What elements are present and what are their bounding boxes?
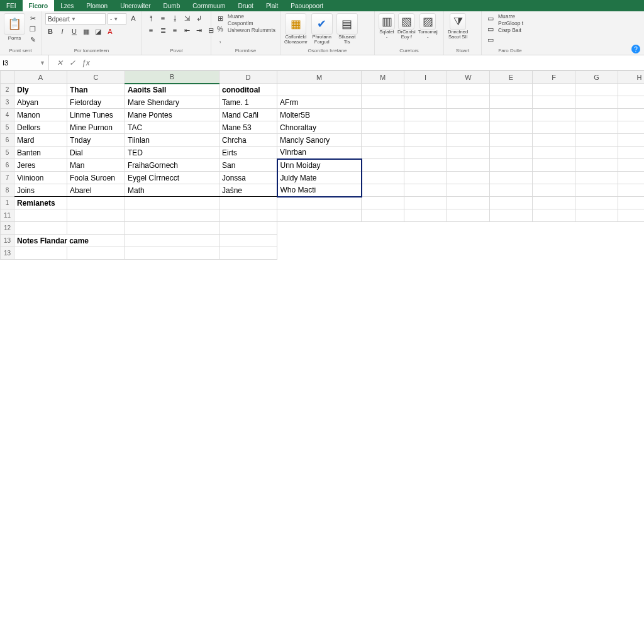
cell[interactable] <box>618 159 645 172</box>
spreadsheet-grid[interactable]: A C B D M M I W E F G H 2 Dly Than Aaoit… <box>0 70 644 260</box>
cell[interactable] <box>575 197 618 209</box>
cell[interactable]: Tame. 1 <box>219 96 277 109</box>
cell[interactable] <box>490 159 533 172</box>
cell[interactable] <box>533 147 575 159</box>
cell[interactable] <box>618 147 645 159</box>
col-header[interactable]: D <box>219 71 277 84</box>
cell[interactable]: TAC <box>125 121 219 134</box>
align-middle-icon[interactable]: ≡ <box>158 13 168 23</box>
cell[interactable] <box>277 235 362 247</box>
cell[interactable] <box>575 235 618 247</box>
tab-3[interactable]: Plomon <box>80 0 114 11</box>
fx-icon[interactable]: ƒx <box>82 58 90 67</box>
extra-icon-3[interactable]: ▭ <box>486 35 496 45</box>
cell[interactable] <box>490 222 533 235</box>
sort-filter-button[interactable]: ⧩ DnnctnedSacot SIl <box>448 13 468 39</box>
cell[interactable] <box>277 209 362 222</box>
cell[interactable] <box>404 209 447 222</box>
cell[interactable] <box>575 159 618 172</box>
format-as-table-button[interactable]: ✔ PhrotannForgud <box>311 13 333 44</box>
cell[interactable] <box>447 121 490 134</box>
cell[interactable] <box>219 197 277 209</box>
cell[interactable] <box>277 84 362 96</box>
cell[interactable] <box>618 84 645 96</box>
cell[interactable] <box>404 121 447 134</box>
cell[interactable] <box>447 222 490 235</box>
cell[interactable]: Tnday <box>67 134 125 147</box>
font-name-select[interactable]: Bdpeart ▼ <box>45 13 106 25</box>
tab-home[interactable]: Ficoro <box>23 0 55 11</box>
cell[interactable]: Than <box>67 84 125 96</box>
italic-icon[interactable]: I <box>57 26 67 36</box>
cell[interactable] <box>362 172 404 184</box>
cell[interactable] <box>125 197 219 209</box>
cell[interactable]: Remianets <box>14 197 67 209</box>
cell[interactable] <box>362 96 404 109</box>
cell[interactable] <box>404 109 447 121</box>
cell[interactable] <box>447 84 490 96</box>
row-header[interactable]: 2 <box>1 84 14 96</box>
col-header[interactable]: B <box>125 71 219 84</box>
copy-icon[interactable]: ❐ <box>28 24 38 34</box>
tab-5[interactable]: Dumb <box>157 0 187 11</box>
cell[interactable] <box>490 172 533 184</box>
cell[interactable] <box>362 235 404 247</box>
cell[interactable] <box>219 222 277 235</box>
cell[interactable]: Mane 53 <box>219 121 277 134</box>
cell[interactable] <box>362 147 404 159</box>
cell[interactable] <box>277 197 362 209</box>
cell[interactable] <box>362 159 404 172</box>
cell[interactable]: AFrm <box>277 96 362 109</box>
name-box-input[interactable] <box>3 59 38 67</box>
cell[interactable] <box>533 121 575 134</box>
tab-file[interactable]: FEI <box>0 0 23 11</box>
cell[interactable] <box>404 159 447 172</box>
cell[interactable]: Eirts <box>219 147 277 159</box>
cell[interactable]: Chrcha <box>219 134 277 147</box>
cell[interactable] <box>618 197 645 209</box>
cell[interactable]: Mard <box>14 134 67 147</box>
cell[interactable] <box>618 121 645 134</box>
cell[interactable] <box>618 172 645 184</box>
font-color-icon[interactable]: A <box>105 26 115 36</box>
cell[interactable]: Mare Shendary <box>125 96 219 109</box>
row-header[interactable]: 12 <box>1 222 14 235</box>
percent-icon[interactable]: % <box>215 24 225 34</box>
cell[interactable]: Tiinlan <box>125 134 219 147</box>
col-header[interactable]: E <box>490 71 533 84</box>
cell[interactable] <box>533 134 575 147</box>
cell[interactable] <box>533 159 575 172</box>
col-header[interactable]: I <box>404 71 447 84</box>
row-header[interactable]: 13 <box>1 235 14 247</box>
cell[interactable] <box>447 197 490 209</box>
cell[interactable] <box>490 134 533 147</box>
cell[interactable] <box>277 222 362 235</box>
cell[interactable] <box>490 235 533 247</box>
cell[interactable] <box>277 247 362 260</box>
cell[interactable] <box>67 247 125 260</box>
cell[interactable]: Mane Pontes <box>125 109 219 121</box>
cell[interactable]: Mancly Sanory <box>277 134 362 147</box>
row-header[interactable]: 13 <box>1 247 14 260</box>
cell[interactable]: Math <box>125 184 219 197</box>
cell[interactable] <box>362 222 404 235</box>
tab-2[interactable]: Lzes <box>54 0 80 11</box>
underline-icon[interactable]: U <box>69 26 79 36</box>
format-button[interactable]: ▨ Tornomaj- <box>418 13 438 39</box>
cell[interactable]: Chnoraltay <box>277 121 362 134</box>
cell[interactable] <box>618 109 645 121</box>
col-header[interactable]: H <box>618 71 645 84</box>
cell[interactable] <box>490 84 533 96</box>
increase-font-icon[interactable]: A <box>128 13 138 23</box>
cell[interactable] <box>219 247 277 260</box>
cell[interactable] <box>14 247 67 260</box>
tab-8[interactable]: Plait <box>260 0 284 11</box>
col-header[interactable]: W <box>447 71 490 84</box>
cell[interactable] <box>125 222 219 235</box>
decrease-indent-icon[interactable]: ⇤ <box>182 25 192 35</box>
cell[interactable] <box>575 109 618 121</box>
cell[interactable]: Joins <box>14 184 67 197</box>
cell[interactable] <box>404 222 447 235</box>
cell[interactable] <box>618 96 645 109</box>
cell[interactable] <box>362 184 404 197</box>
